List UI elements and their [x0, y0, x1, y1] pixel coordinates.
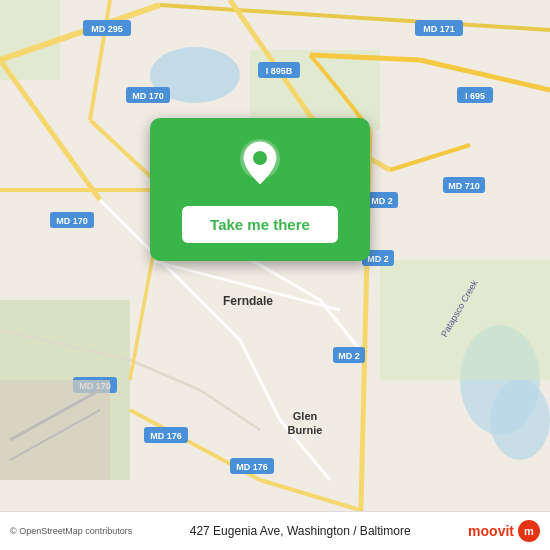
svg-text:MD 2: MD 2 [371, 196, 393, 206]
svg-text:I 895B: I 895B [266, 66, 293, 76]
moovit-text: moovit [468, 523, 514, 539]
svg-rect-5 [380, 260, 550, 380]
svg-text:Burnie: Burnie [288, 424, 323, 436]
svg-text:MD 171: MD 171 [423, 24, 455, 34]
svg-text:MD 710: MD 710 [448, 181, 480, 191]
take-me-there-button[interactable]: Take me there [182, 206, 338, 243]
svg-point-67 [253, 151, 267, 165]
svg-text:MD 170: MD 170 [56, 216, 88, 226]
svg-text:MD 170: MD 170 [132, 91, 164, 101]
svg-text:MD 295: MD 295 [91, 24, 123, 34]
svg-text:MD 2: MD 2 [338, 351, 360, 361]
moovit-icon: m [518, 520, 540, 542]
svg-text:MD 176: MD 176 [150, 431, 182, 441]
location-card: Take me there [150, 118, 370, 261]
map-attribution: © OpenStreetMap contributors [10, 526, 132, 536]
pin-icon [233, 138, 287, 192]
bottom-bar: © OpenStreetMap contributors 427 Eugenia… [0, 511, 550, 550]
svg-point-2 [490, 380, 550, 460]
svg-text:MD 2: MD 2 [367, 254, 389, 264]
map-container: MD 295 MD 171 I 895B I 695 MD 170 MD 2 M… [0, 0, 550, 550]
svg-text:Ferndale: Ferndale [223, 294, 273, 308]
address-text: 427 Eugenia Ave, Washington / Baltimore [132, 524, 468, 538]
svg-text:MD 176: MD 176 [236, 462, 268, 472]
svg-text:Glen: Glen [293, 410, 318, 422]
svg-text:I 695: I 695 [465, 91, 485, 101]
moovit-logo: moovit m [468, 520, 540, 542]
